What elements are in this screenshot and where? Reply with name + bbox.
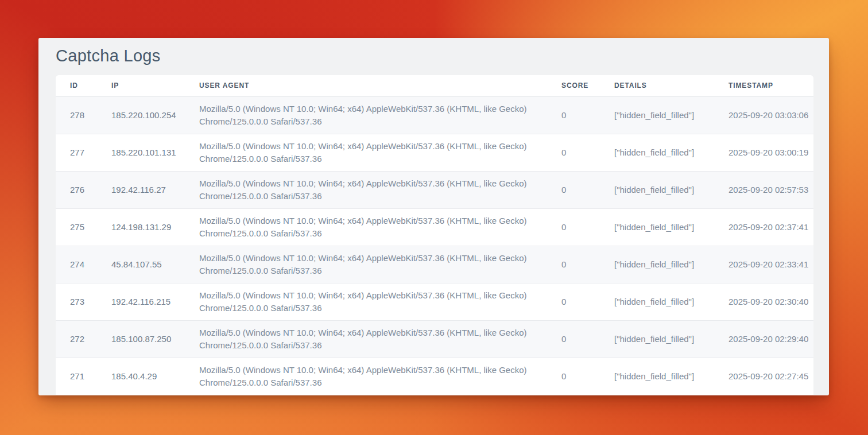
cell-user-agent: Mozilla/5.0 (Windows NT 10.0; Win64; x64… [199,96,561,134]
cell-ip: 192.42.116.215 [111,283,199,320]
cell-id: 271 [56,358,111,395]
cell-details: ["hidden_field_filled"] [614,134,728,171]
cell-details: ["hidden_field_filled"] [614,320,728,358]
cell-score: 0 [561,96,614,134]
table-row: 275 124.198.131.29 Mozilla/5.0 (Windows … [56,208,813,246]
logs-table-body: 278 185.220.100.254 Mozilla/5.0 (Windows… [56,96,813,395]
cell-details: ["hidden_field_filled"] [614,358,728,395]
table-row: 272 185.100.87.250 Mozilla/5.0 (Windows … [56,320,813,358]
column-header-timestamp: TIMESTAMP [728,75,813,96]
table-row: 274 45.84.107.55 Mozilla/5.0 (Windows NT… [56,246,813,283]
cell-user-agent: Mozilla/5.0 (Windows NT 10.0; Win64; x64… [199,320,561,358]
cell-timestamp: 2025-09-20 03:03:06 [728,96,813,134]
table-row: 276 192.42.116.27 Mozilla/5.0 (Windows N… [56,171,813,208]
cell-details: ["hidden_field_filled"] [614,171,728,208]
column-header-ip: IP [111,75,199,96]
cell-timestamp: 2025-09-20 02:33:41 [728,246,813,283]
header-row: ID IP USER AGENT SCORE DETAILS TIMESTAMP [56,75,813,96]
cell-score: 0 [561,283,614,320]
logs-table-header: ID IP USER AGENT SCORE DETAILS TIMESTAMP [56,75,813,96]
captcha-logs-card: Captcha Logs ID IP USER AGENT SCORE DETA… [38,38,829,395]
column-header-user-agent: USER AGENT [199,75,561,96]
cell-score: 0 [561,358,614,395]
cell-timestamp: 2025-09-20 02:37:41 [728,208,813,246]
cell-id: 275 [56,208,111,246]
cell-score: 0 [561,134,614,171]
logs-table-wrap: ID IP USER AGENT SCORE DETAILS TIMESTAMP… [56,75,813,395]
table-row: 277 185.220.101.131 Mozilla/5.0 (Windows… [56,134,813,171]
cell-ip: 45.84.107.55 [111,246,199,283]
cell-score: 0 [561,246,614,283]
cell-id: 274 [56,246,111,283]
cell-ip: 185.40.4.29 [111,358,199,395]
cell-timestamp: 2025-09-20 02:29:40 [728,320,813,358]
cell-ip: 124.198.131.29 [111,208,199,246]
logs-table: ID IP USER AGENT SCORE DETAILS TIMESTAMP… [56,75,813,395]
column-header-id: ID [56,75,111,96]
cell-details: ["hidden_field_filled"] [614,283,728,320]
table-row: 278 185.220.100.254 Mozilla/5.0 (Windows… [56,96,813,134]
cell-user-agent: Mozilla/5.0 (Windows NT 10.0; Win64; x64… [199,208,561,246]
cell-id: 276 [56,171,111,208]
cell-ip: 185.220.100.254 [111,96,199,134]
cell-user-agent: Mozilla/5.0 (Windows NT 10.0; Win64; x64… [199,171,561,208]
cell-id: 272 [56,320,111,358]
cell-user-agent: Mozilla/5.0 (Windows NT 10.0; Win64; x64… [199,283,561,320]
column-header-score: SCORE [561,75,614,96]
cell-score: 0 [561,320,614,358]
cell-ip: 192.42.116.27 [111,171,199,208]
cell-user-agent: Mozilla/5.0 (Windows NT 10.0; Win64; x64… [199,358,561,395]
cell-timestamp: 2025-09-20 02:30:40 [728,283,813,320]
cell-score: 0 [561,171,614,208]
cell-score: 0 [561,208,614,246]
page-title: Captcha Logs [56,38,813,75]
cell-details: ["hidden_field_filled"] [614,208,728,246]
cell-timestamp: 2025-09-20 02:27:45 [728,358,813,395]
cell-timestamp: 2025-09-20 02:57:53 [728,171,813,208]
cell-details: ["hidden_field_filled"] [614,96,728,134]
column-header-details: DETAILS [614,75,728,96]
cell-timestamp: 2025-09-20 03:00:19 [728,134,813,171]
cell-ip: 185.100.87.250 [111,320,199,358]
cell-ip: 185.220.101.131 [111,134,199,171]
cell-id: 277 [56,134,111,171]
table-row: 271 185.40.4.29 Mozilla/5.0 (Windows NT … [56,358,813,395]
cell-id: 273 [56,283,111,320]
cell-user-agent: Mozilla/5.0 (Windows NT 10.0; Win64; x64… [199,134,561,171]
cell-details: ["hidden_field_filled"] [614,246,728,283]
cell-id: 278 [56,96,111,134]
cell-user-agent: Mozilla/5.0 (Windows NT 10.0; Win64; x64… [199,246,561,283]
table-row: 273 192.42.116.215 Mozilla/5.0 (Windows … [56,283,813,320]
